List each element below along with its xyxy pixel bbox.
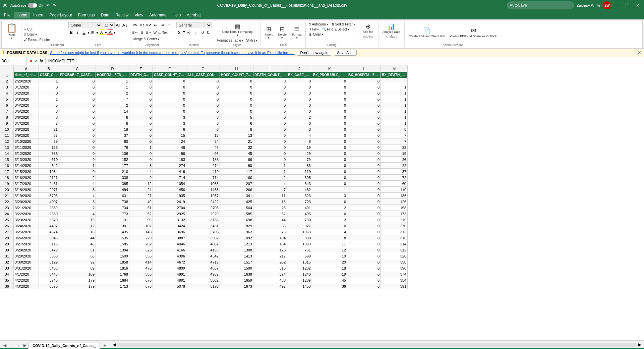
- cell-r36-c2[interactable]: 179: [59, 283, 96, 289]
- cell-r34-c0[interactable]: 4/1/2020: [14, 271, 39, 277]
- cell-r4-c1[interactable]: 0: [39, 90, 59, 96]
- bold-btn[interactable]: B: [68, 30, 74, 36]
- cell-r19-c2[interactable]: 4: [59, 181, 96, 187]
- menu-formulas[interactable]: Formulas: [75, 12, 98, 18]
- font-name-select[interactable]: Calibri: [68, 22, 102, 28]
- fill-btn[interactable]: ⬇ Fill▾: [308, 27, 320, 32]
- cell-r17-c0[interactable]: 3/15/2020: [14, 169, 39, 175]
- cell-r30-c7[interactable]: 1308: [220, 247, 253, 253]
- cell-r13-c7[interactable]: 32: [220, 144, 253, 151]
- cell-r28-c5[interactable]: 3887: [153, 235, 186, 241]
- cell-r11-c2[interactable]: 0: [59, 132, 96, 138]
- header-cell-2[interactable]: PROBABLE_CASE_COUNT: [59, 72, 96, 78]
- cell-r5-c7[interactable]: 0: [220, 96, 253, 102]
- merge-center-btn[interactable]: Merge & Center ▾: [132, 37, 161, 41]
- header-cell-0[interactable]: date_of_interest: [14, 72, 39, 78]
- cell-r27-c9[interactable]: 1068: [287, 229, 312, 235]
- cell-r20-c7[interactable]: 266: [220, 187, 253, 193]
- analyze-data-btn[interactable]: 📊 Analyze Data: [380, 22, 403, 34]
- cell-r33-c7[interactable]: 1590: [220, 265, 253, 271]
- col-header-j[interactable]: J: [287, 65, 312, 72]
- cell-r31-c0[interactable]: 3/29/2020: [14, 253, 39, 259]
- cell-r19-c11[interactable]: 0: [347, 181, 381, 187]
- cell-r9-c8[interactable]: 0: [253, 120, 287, 126]
- cell-r11-c10[interactable]: 0: [312, 132, 347, 138]
- cell-r25-c11[interactable]: 0: [347, 217, 381, 223]
- cell-r36-c7[interactable]: 1673: [220, 283, 253, 289]
- cell-r8-c11[interactable]: 0: [347, 114, 381, 120]
- cell-r4-c5[interactable]: 0: [153, 90, 186, 96]
- cell-r31-c4[interactable]: 356: [129, 253, 153, 259]
- header-cell-6[interactable]: ALL_CASE_COUNT_7DAY_AVG: [186, 72, 220, 78]
- cell-r20-c2[interactable]: 5: [59, 187, 96, 193]
- cell-r19-c0[interactable]: 3/17/2020: [14, 181, 39, 187]
- cell-r10-c0[interactable]: 3/8/2020: [14, 126, 39, 132]
- cell-r9-c10[interactable]: 0: [312, 120, 347, 126]
- cell-r10-c9[interactable]: 3: [287, 126, 312, 132]
- cell-r6-c4[interactable]: 0: [129, 102, 153, 108]
- cell-r25-c12[interactable]: 219: [381, 217, 408, 223]
- cell-r31-c10[interactable]: 10: [312, 253, 347, 259]
- col-header-g[interactable]: G: [186, 65, 220, 72]
- sheet-scroll-prev-btn[interactable]: ‹: [8, 342, 15, 349]
- cell-r3-c3[interactable]: 1: [96, 84, 129, 90]
- cell-r15-c7[interactable]: 66: [220, 157, 253, 163]
- cell-r4-c7[interactable]: 0: [220, 90, 253, 96]
- cell-r14-c1[interactable]: 355: [39, 151, 59, 157]
- cell-r22-c0[interactable]: 3/20/2020: [14, 199, 39, 205]
- cell-r16-c10[interactable]: 0: [312, 163, 347, 169]
- cell-r31-c5[interactable]: 4306: [153, 253, 186, 259]
- cell-r23-c6[interactable]: 2708: [186, 205, 220, 211]
- cell-r2-c7[interactable]: 0: [220, 78, 253, 84]
- restore-btn[interactable]: ❐: [624, 2, 631, 9]
- cell-r17-c4[interactable]: 4: [129, 169, 153, 175]
- cell-r2-c9[interactable]: 0: [287, 78, 312, 84]
- cell-r6-c11[interactable]: 0: [347, 102, 381, 108]
- cell-r34-c12[interactable]: 374: [381, 271, 408, 277]
- cell-r2-c6[interactable]: 0: [186, 78, 220, 84]
- sheet-scroll-right-btn[interactable]: ▶: [21, 342, 28, 349]
- insert-btn[interactable]: ⊞ Insert▾: [263, 25, 275, 40]
- cell-r19-c1[interactable]: 2451: [39, 181, 59, 187]
- cell-r14-c11[interactable]: 0: [347, 151, 381, 157]
- cell-r5-c12[interactable]: 1: [381, 96, 408, 102]
- col-header-a[interactable]: A: [14, 65, 39, 72]
- cell-r27-c3[interactable]: 1435: [96, 229, 129, 235]
- cell-r13-c12[interactable]: 23: [381, 144, 408, 151]
- border-btn[interactable]: ⊞: [90, 30, 96, 36]
- cell-r11-c9[interactable]: 4: [287, 132, 312, 138]
- cell-r11-c3[interactable]: 37: [96, 132, 129, 138]
- cell-r29-c1[interactable]: 5119: [39, 241, 59, 247]
- font-size-select[interactable]: 11: [103, 22, 115, 28]
- cell-r24-c11[interactable]: 0: [347, 211, 381, 217]
- cell-r8-c9[interactable]: 2: [287, 114, 312, 120]
- cell-r5-c10[interactable]: 0: [312, 96, 347, 102]
- cell-r35-c8[interactable]: 438: [253, 277, 287, 283]
- cell-r30-c9[interactable]: 761: [287, 247, 312, 253]
- cell-r5-c11[interactable]: 0: [347, 96, 381, 102]
- cell-r18-c11[interactable]: 0: [347, 175, 381, 181]
- cell-r31-c9[interactable]: 699: [287, 253, 312, 259]
- cut-button[interactable]: ✂ Cut: [23, 27, 51, 32]
- cell-r4-c9[interactable]: 0: [287, 90, 312, 96]
- menu-automate[interactable]: Automate: [147, 12, 169, 18]
- col-header-b[interactable]: B: [39, 65, 59, 72]
- cell-r30-c10[interactable]: 12: [312, 247, 347, 253]
- cell-r32-c8[interactable]: 262: [253, 259, 287, 265]
- menu-view[interactable]: View: [132, 12, 146, 18]
- cell-r3-c5[interactable]: 0: [153, 84, 186, 90]
- cell-r33-c3[interactable]: 1816: [96, 265, 129, 271]
- redo-btn[interactable]: ↷: [52, 2, 57, 9]
- cell-r35-c3[interactable]: 1684: [96, 277, 129, 283]
- cell-r26-c6[interactable]: 3431: [186, 223, 220, 229]
- cell-r13-c9[interactable]: 19: [287, 144, 312, 151]
- cell-r34-c2[interactable]: 109: [59, 271, 96, 277]
- cell-r30-c0[interactable]: 3/28/2020: [14, 247, 39, 253]
- share-outlook-btn[interactable]: ✉ Create PDF and Share via Outlook: [448, 26, 499, 39]
- cell-r23-c7[interactable]: 504: [220, 205, 253, 211]
- cell-r35-c4[interactable]: 676: [129, 277, 153, 283]
- cell-r29-c3[interactable]: 1585: [96, 241, 129, 247]
- cell-r28-c6[interactable]: 3902: [186, 235, 220, 241]
- save-as-btn[interactable]: Save As...: [334, 50, 357, 56]
- cell-r21-c1[interactable]: 3706: [39, 193, 59, 199]
